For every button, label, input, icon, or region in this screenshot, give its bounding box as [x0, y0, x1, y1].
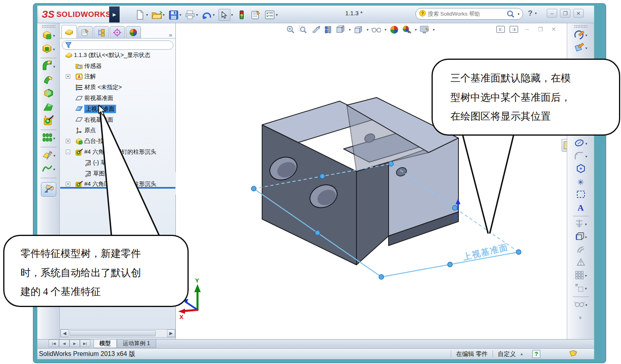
open-caret[interactable] [163, 13, 165, 17]
status-help-icon[interactable]: ? [532, 350, 540, 358]
save-caret[interactable] [179, 13, 181, 17]
point-tool-icon[interactable]: ✳ [577, 177, 584, 187]
tab-model[interactable]: 模型 [94, 340, 117, 348]
smart-dimension-caret[interactable] [585, 46, 587, 50]
tree-item-hole-wizard-1[interactable]: - ✳ #4 六角凹头螺钉的柱形沉头 [61, 146, 176, 157]
tag-icon[interactable] [568, 350, 578, 358]
status-customize[interactable]: 自定义 [498, 350, 516, 358]
tab-nav-last[interactable]: ▶| [80, 340, 90, 347]
help-caret[interactable] [535, 11, 537, 15]
reference-geometry-icon[interactable]: ✳ [41, 150, 53, 162]
help-search-box[interactable]: ? [415, 8, 523, 20]
pattern-caret[interactable] [585, 274, 587, 278]
polygon-tool-icon[interactable] [576, 164, 586, 175]
minimize-button[interactable]: – [547, 9, 557, 18]
close-button[interactable]: ✕ [573, 9, 584, 18]
extruded-boss-caret[interactable] [53, 34, 55, 38]
swept-boss-icon[interactable] [43, 74, 54, 86]
search-caret[interactable] [517, 12, 519, 16]
expander-plus[interactable]: + [66, 74, 70, 79]
print-caret[interactable] [196, 13, 198, 17]
ellipse-caret[interactable] [585, 142, 587, 146]
tab-nav-next[interactable]: ▶ [69, 340, 80, 347]
tree-item-sensors[interactable]: 传感器 [61, 61, 176, 71]
tree-horizontal-scrollbar[interactable]: ◀ ▶ [60, 329, 175, 338]
search-input[interactable] [428, 11, 505, 17]
move-caret[interactable] [585, 287, 587, 291]
tab-nav-first[interactable]: |◀ [49, 340, 59, 347]
sketch-fillet-icon[interactable]: + [574, 151, 584, 162]
smart-dimension-icon[interactable] [574, 42, 584, 54]
open-icon[interactable] [152, 10, 162, 20]
tab-propertymanager[interactable] [77, 26, 93, 38]
tree-item-right-plane[interactable]: 右视基准面 [61, 114, 176, 125]
fillet-icon[interactable] [42, 61, 53, 73]
select-caret[interactable] [231, 13, 233, 17]
expander-plus[interactable]: + [66, 139, 70, 143]
performance-lights-icon[interactable] [236, 10, 247, 20]
save-icon[interactable] [168, 10, 179, 20]
select-cursor-button[interactable] [218, 9, 230, 21]
toolbar-grip[interactable] [574, 25, 588, 28]
tree-item-front-plane[interactable]: 前视基准面 [61, 93, 176, 104]
trim-entities-icon[interactable] [574, 219, 584, 230]
tree-filter-box[interactable] [62, 41, 173, 50]
move-entities-icon[interactable] [574, 283, 584, 294]
ellipse-tool-icon[interactable] [574, 138, 584, 149]
tree-item-boss-extrude[interactable]: + 凸台-拉伸1 [61, 136, 176, 146]
new-document-icon[interactable] [135, 10, 145, 20]
sketch-tool-icon[interactable] [574, 29, 584, 41]
help-icon[interactable]: ? [528, 9, 533, 18]
undo-icon[interactable] [202, 10, 212, 20]
scroll-right-button[interactable]: ▶ [167, 329, 175, 337]
offset-entities-icon[interactable] [576, 245, 586, 255]
rollback-bar[interactable] [60, 187, 175, 189]
selection-box-icon[interactable] [576, 190, 586, 200]
convert-entities-caret[interactable] [585, 235, 587, 239]
scroll-left-button[interactable]: ◀ [61, 329, 69, 337]
tab-displaymanager[interactable] [126, 26, 141, 38]
extruded-cut-icon[interactable] [42, 43, 52, 55]
sketch-text-icon[interactable]: A [578, 203, 584, 213]
tab-featuremanager[interactable] [61, 25, 77, 38]
tree-item-annotations[interactable]: + A 注解 [61, 71, 176, 82]
convert-entities-icon[interactable] [574, 232, 584, 243]
tab-nav-prev[interactable]: ◀ [59, 340, 69, 347]
chamfer-icon[interactable] [43, 102, 54, 113]
scrollbar-thumb[interactable] [69, 330, 156, 336]
mirror-entities-icon[interactable] [576, 258, 586, 268]
tree-item-origin[interactable]: ✳ 原点 [61, 125, 176, 136]
menu-flyout-arrow[interactable]: ▶ [109, 6, 120, 22]
linear-pattern-caret[interactable] [53, 136, 55, 140]
relations-caret[interactable] [585, 303, 587, 307]
sketch-fillet-caret[interactable] [585, 155, 587, 159]
instant-3d-button[interactable] [41, 182, 56, 197]
properties-form-icon[interactable] [250, 10, 261, 20]
tab-configurationmanager[interactable] [94, 26, 109, 38]
curves-icon[interactable] [42, 164, 53, 175]
tree-item-top-plane[interactable]: 上视基准面 [61, 104, 176, 114]
linear-pattern-icon[interactable] [42, 132, 53, 144]
extruded-boss-icon[interactable] [42, 30, 52, 42]
tab-motion-study[interactable]: 运动算例 1 [117, 340, 156, 348]
tab-dimxpert[interactable] [110, 26, 125, 38]
new-caret[interactable] [146, 13, 148, 17]
extruded-cut-caret[interactable] [53, 47, 55, 51]
tree-item-sketch-2[interactable]: 草图2 [61, 168, 176, 179]
linear-sketch-pattern-icon[interactable] [574, 270, 584, 281]
display-relations-icon[interactable] [574, 301, 584, 309]
task-list-caret[interactable] [276, 13, 278, 17]
tree-item-root[interactable]: 1.1.3 (默认<<默认>_显示状态 [61, 50, 176, 61]
search-magnifier-icon[interactable] [507, 10, 515, 18]
help-menu[interactable]: ? [528, 9, 537, 18]
reference-geometry-caret[interactable] [53, 154, 55, 158]
shell-icon[interactable] [43, 88, 54, 100]
customize-arrow-icon[interactable]: ▲ [520, 352, 523, 356]
tabs-overflow-chevron[interactable] [169, 31, 172, 38]
curves-caret[interactable] [53, 167, 55, 171]
expander-plus[interactable]: + [66, 182, 70, 186]
tree-item-sketch-1[interactable]: (-) 草图1 [61, 157, 176, 168]
expander-minus[interactable]: - [66, 150, 70, 154]
fillet-caret[interactable] [53, 65, 55, 69]
hole-wizard-icon[interactable]: ✳✳ [43, 115, 54, 128]
